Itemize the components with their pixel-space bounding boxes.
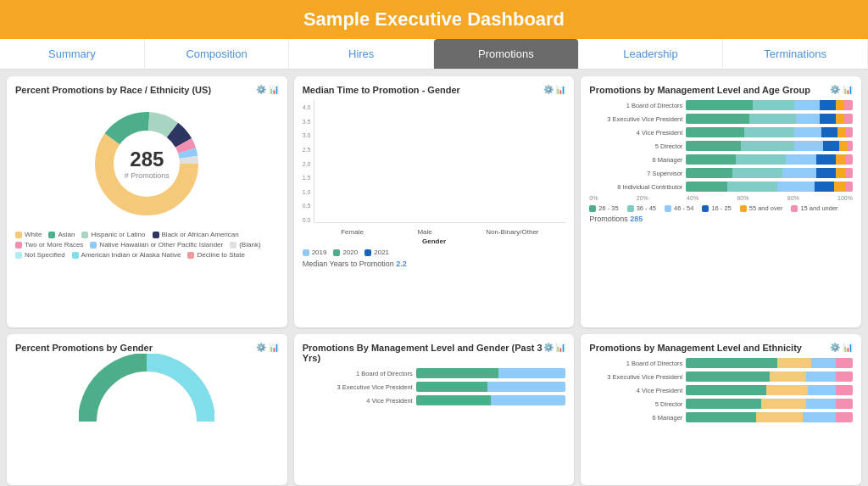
nav-promotions[interactable]: Promotions xyxy=(434,39,579,69)
nav-composition[interactable]: Composition xyxy=(145,39,290,69)
header: Sample Executive Dashboard xyxy=(0,0,868,39)
nav-hires[interactable]: Hires xyxy=(289,39,434,69)
gender-controls[interactable]: ⚙️ 📊 xyxy=(256,343,279,352)
mgmt-gender-controls[interactable]: ⚙️ 📊 xyxy=(543,343,566,352)
race-legend: White Asian Hispanic or Latino Black or … xyxy=(15,231,279,259)
mgmt-eth-title: Promotions by Management Level and Ethni… xyxy=(589,343,853,353)
mgmt-eth-chart: 1 Board of Directors 3 Executive Vice Pr… xyxy=(589,358,853,422)
gender-percent-card: ⚙️ 📊 Percent Promotions by Gender xyxy=(7,334,287,485)
mgmt-age-title: Promotions by Management Level and Age G… xyxy=(589,85,853,95)
dashboard-title: Sample Executive Dashboard xyxy=(303,8,565,30)
mgmt-gender-chart: 1 Board of Directors 3 Executive Vice Pr… xyxy=(303,368,566,405)
bar-legend: 2019 2020 2021 xyxy=(303,249,566,256)
navigation: Summary Composition Hires Promotions Lea… xyxy=(0,39,868,70)
age-legend: 26 - 35 36 - 45 46 - 54 16 - 25 55 and o… xyxy=(589,204,853,212)
donut-center: 285 # Promotions xyxy=(125,148,170,180)
mgmt-gender-title: Promotions By Management Level and Gende… xyxy=(303,343,566,363)
median-value: 2.2 xyxy=(396,260,407,268)
management-gender-card: ⚙️ 📊 Promotions By Management Level and … xyxy=(294,334,575,485)
donut-label: # Promotions xyxy=(125,171,170,180)
race-card-title: Percent Promotions by Race / Ethnicity (… xyxy=(15,85,279,95)
nav-leadership[interactable]: Leadership xyxy=(579,39,724,69)
card-controls[interactable]: ⚙️ 📊 xyxy=(256,85,279,94)
nav-summary[interactable]: Summary xyxy=(0,39,145,69)
promotions-count: Promotions 285 xyxy=(589,215,853,223)
x-labels: FemaleMaleNon-Binary/Other xyxy=(314,228,565,236)
race-ethnicity-card: ⚙️ 📊 Percent Promotions by Race / Ethnic… xyxy=(7,76,287,327)
bar-chart xyxy=(314,100,565,223)
mgmt-eth-controls[interactable]: ⚙️ 📊 xyxy=(830,343,853,352)
median-card-controls[interactable]: ⚙️ 📊 xyxy=(543,85,566,94)
mgmt-age-chart: 1 Board of Directors 3 Executive Vice Pr… xyxy=(589,100,853,192)
gender-half-donut xyxy=(15,358,279,426)
y-axis: 4.03.53.02.52.01.51.00.50.0 xyxy=(303,100,314,236)
management-ethnicity-card: ⚙️ 📊 Promotions by Management Level and … xyxy=(581,334,861,485)
dashboard-content: ⚙️ 📊 Percent Promotions by Race / Ethnic… xyxy=(0,70,868,486)
management-age-card: ⚙️ 📊 Promotions by Management Level and … xyxy=(581,76,861,327)
promotions-value: 285 xyxy=(630,215,643,223)
x-axis-title: Gender xyxy=(303,237,566,245)
mgmt-age-controls[interactable]: ⚙️ 📊 xyxy=(830,85,853,94)
x-axis-pct: 0%20%40%60%80%100% xyxy=(589,195,853,201)
nav-terminations[interactable]: Terminations xyxy=(723,39,868,69)
median-time-card: ⚙️ 📊 Median Time to Promotion - Gender 4… xyxy=(294,76,575,327)
median-note: Median Years to Promotion 2.2 xyxy=(303,260,566,268)
donut-count: 285 xyxy=(125,148,170,171)
median-card-title: Median Time to Promotion - Gender xyxy=(303,85,566,95)
gender-card-title: Percent Promotions by Gender xyxy=(15,343,279,353)
